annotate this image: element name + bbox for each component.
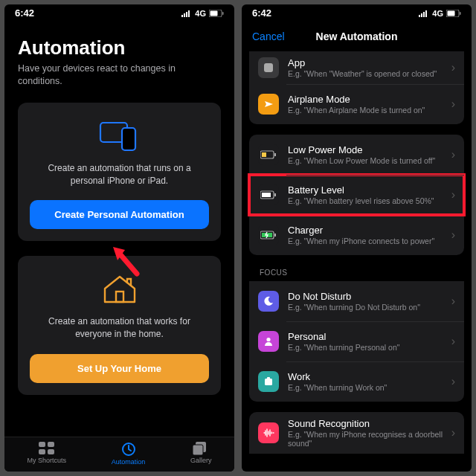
row-subtitle: E.g. "When Airplane Mode is turned on" (288, 106, 447, 115)
svg-rect-35 (265, 379, 272, 385)
tab-my-shortcuts[interactable]: My Shortcuts (27, 442, 66, 466)
chevron-right-icon: › (451, 228, 455, 242)
personal-card-text: Create an automation that runs on a pers… (30, 162, 209, 187)
svg-rect-13 (48, 449, 54, 454)
personal-automation-card: Create an automation that runs on a pers… (18, 103, 221, 242)
group-power: Low Power Mode E.g. "When Low Power Mode… (249, 135, 464, 255)
svg-rect-33 (274, 234, 276, 237)
modal-header: Cancel New Automation (242, 20, 472, 50)
row-title: Personal (288, 331, 447, 342)
chevron-right-icon: › (451, 148, 455, 161)
status-indicators: 4G (419, 9, 461, 18)
row-subtitle: E.g. "When "Weather" is opened or closed… (288, 69, 447, 78)
group-sound: Sound Recognition E.g. "When my iPhone r… (249, 412, 464, 454)
row-title: Charger (288, 225, 447, 236)
status-time: 6:42 (252, 7, 271, 19)
row-title: Work (288, 371, 447, 382)
shortcuts-icon (39, 442, 55, 455)
row-subtitle: E.g. "When Low Power Mode is turned off" (288, 156, 447, 165)
row-low-power-mode[interactable]: Low Power Mode E.g. "When Low Power Mode… (249, 135, 464, 175)
svg-point-34 (266, 338, 270, 341)
phone-left: 6:42 4G Automation Have your devices rea… (4, 4, 234, 472)
svg-rect-19 (423, 12, 425, 17)
row-subtitle: E.g. "When my iPhone connects to power" (288, 237, 447, 245)
status-bar: 6:42 4G (4, 4, 234, 20)
svg-rect-30 (274, 193, 276, 196)
moon-icon (258, 291, 279, 312)
devices-icon (30, 120, 209, 152)
row-app[interactable]: App E.g. "When "Weather" is opened or cl… (249, 51, 464, 84)
svg-rect-22 (448, 10, 455, 16)
row-do-not-disturb[interactable]: Do Not Disturb E.g. "When turning Do Not… (249, 281, 464, 321)
svg-rect-24 (264, 63, 273, 72)
row-title: App (288, 57, 447, 68)
row-subtitle: E.g. "When turning Work on" (288, 383, 447, 392)
svg-rect-11 (48, 442, 54, 447)
cellular-icon (181, 10, 192, 17)
tab-label: Automation (112, 458, 146, 466)
svg-rect-10 (39, 442, 45, 447)
automation-icon (121, 442, 136, 457)
svg-rect-8 (122, 128, 135, 150)
svg-rect-6 (222, 12, 224, 15)
low-power-icon (258, 144, 279, 165)
cellular-icon (419, 10, 429, 17)
svg-rect-23 (460, 12, 461, 15)
row-airplane-mode[interactable]: Airplane Mode E.g. "When Airplane Mode i… (249, 84, 464, 124)
svg-rect-2 (186, 12, 187, 17)
row-sound-recognition[interactable]: Sound Recognition E.g. "When my iPhone r… (249, 412, 464, 454)
row-title: Battery Level (288, 184, 447, 196)
svg-rect-9 (116, 292, 123, 302)
svg-rect-17 (419, 15, 420, 17)
app-icon (258, 57, 279, 78)
row-subtitle: E.g. "When my iPhone recognises a doorbe… (288, 430, 447, 448)
create-personal-automation-button[interactable]: Create Personal Automation (30, 200, 209, 229)
group-focus: FOCUS Do Not Disturb E.g. "When turning … (249, 266, 464, 402)
row-title: Airplane Mode (288, 94, 447, 105)
svg-rect-3 (188, 10, 190, 17)
page-subtitle: Have your devices react to changes in co… (18, 62, 221, 88)
airplane-icon (258, 94, 279, 115)
battery-level-icon (258, 184, 279, 205)
row-subtitle: E.g. "When turning Do Not Disturb on" (288, 303, 447, 312)
svg-rect-26 (262, 152, 266, 157)
svg-rect-27 (274, 153, 276, 156)
network-label: 4G (432, 9, 443, 18)
waveform-icon (258, 422, 279, 443)
chevron-right-icon: › (451, 426, 455, 440)
chevron-right-icon: › (451, 335, 455, 348)
group-apps: App E.g. "When "Weather" is opened or cl… (249, 51, 464, 124)
setup-home-button[interactable]: Set Up Your Home (30, 354, 209, 383)
row-subtitle: E.g. "When turning Personal on" (288, 343, 447, 352)
svg-rect-20 (425, 10, 427, 17)
tab-label: My Shortcuts (27, 457, 66, 464)
tab-bar: My Shortcuts Automation Gallery (4, 437, 234, 472)
trigger-list[interactable]: App E.g. "When "Weather" is opened or cl… (242, 50, 472, 472)
row-subtitle: E.g. "When battery level rises above 50%… (288, 196, 447, 205)
automation-screen: Automation Have your devices react to ch… (4, 20, 234, 437)
badge-icon (258, 371, 279, 392)
person-icon (258, 331, 279, 352)
cancel-button[interactable]: Cancel (252, 30, 285, 42)
row-title: Do Not Disturb (288, 291, 447, 302)
chevron-right-icon: › (451, 375, 455, 388)
home-icon (30, 274, 209, 305)
svg-rect-1 (184, 13, 185, 17)
svg-rect-29 (262, 193, 271, 197)
row-personal[interactable]: Personal E.g. "When turning Personal on"… (249, 321, 464, 361)
row-work[interactable]: Work E.g. "When turning Work on" › (249, 361, 464, 402)
network-label: 4G (195, 9, 206, 18)
row-title: Sound Recognition (288, 418, 447, 429)
svg-rect-36 (267, 377, 270, 379)
status-indicators: 4G (181, 9, 224, 18)
row-battery-level[interactable]: Battery Level E.g. "When battery level r… (249, 175, 464, 215)
tab-automation[interactable]: Automation (112, 442, 146, 466)
phone-right: 6:42 4G Cancel New Automation App E.g. "… (242, 4, 472, 472)
tab-gallery[interactable]: Gallery (190, 442, 212, 466)
modal-title: New Automation (316, 30, 398, 42)
svg-rect-12 (39, 449, 45, 454)
page-title: Automation (18, 36, 221, 60)
charger-icon (258, 225, 279, 245)
row-charger[interactable]: Charger E.g. "When my iPhone connects to… (249, 215, 464, 255)
chevron-right-icon: › (451, 295, 455, 308)
